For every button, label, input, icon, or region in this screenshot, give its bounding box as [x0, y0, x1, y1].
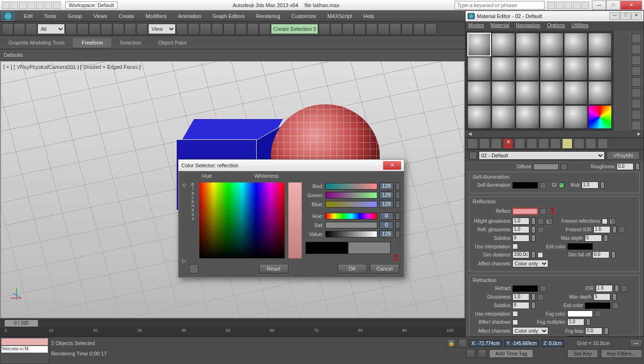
- red-slider[interactable]: [325, 183, 377, 190]
- render-icon[interactable]: [425, 23, 437, 35]
- selfillum-map[interactable]: [540, 182, 546, 189]
- menu-graph-editors[interactable]: Graph Editors: [207, 12, 250, 20]
- gi-checkbox[interactable]: ✓: [559, 182, 564, 188]
- sample-uv-icon[interactable]: [632, 66, 641, 76]
- star-icon[interactable]: [573, 1, 581, 9]
- hilight-map[interactable]: [537, 218, 544, 225]
- slot-10[interactable]: [540, 57, 564, 81]
- fogcolor-map[interactable]: [595, 310, 601, 317]
- autokey-toggle[interactable]: ⊶: [630, 339, 642, 347]
- mated-close-button[interactable]: ✕: [631, 12, 642, 20]
- material-type-button[interactable]: VRayMtl: [607, 151, 640, 160]
- slot-14[interactable]: [492, 81, 515, 105]
- exitcolor2-swatch[interactable]: [585, 302, 610, 309]
- fresnel-checkbox[interactable]: [602, 218, 608, 224]
- subdivs-spinner[interactable]: [531, 235, 536, 242]
- lock-icon[interactable]: 🔒: [447, 339, 456, 347]
- menu-rendering[interactable]: Rendering: [250, 12, 286, 20]
- slot-9[interactable]: [516, 57, 539, 81]
- maximize-button[interactable]: □: [606, 0, 620, 10]
- exitcolor-swatch[interactable]: [567, 243, 593, 250]
- roughness-spinner[interactable]: [635, 163, 640, 170]
- tab-freeform[interactable]: Freeform: [73, 38, 111, 47]
- render-frame-icon[interactable]: [413, 23, 425, 35]
- selection-filter-dropdown[interactable]: All: [37, 24, 65, 34]
- viewport-label[interactable]: [ + ] [ VRayPhysicalCamera001 ] [ Shaded…: [3, 64, 140, 69]
- add-time-tag-button[interactable]: Add Time Tag: [489, 349, 533, 358]
- whiteness-slider[interactable]: [288, 182, 302, 258]
- reflgloss-map[interactable]: [537, 227, 544, 233]
- menu-create[interactable]: Create: [113, 12, 140, 20]
- slot-1[interactable]: [467, 33, 491, 56]
- mult-spinner[interactable]: [600, 182, 605, 189]
- diffuse-map[interactable]: [561, 164, 567, 170]
- move-icon[interactable]: [113, 23, 124, 35]
- key-icon[interactable]: [556, 1, 564, 9]
- dimfall-spinner[interactable]: [611, 251, 616, 258]
- maxdepth-value[interactable]: 5: [585, 235, 602, 242]
- ior-spinner[interactable]: [615, 285, 619, 292]
- tab-object-paint[interactable]: Object Paint: [150, 38, 195, 47]
- bind-icon[interactable]: [26, 23, 37, 35]
- pivot-icon[interactable]: [176, 23, 188, 35]
- workspace-dropdown[interactable]: Workspace: Default: [65, 1, 117, 9]
- fresnelior-spinner[interactable]: [612, 226, 617, 233]
- menu-customize[interactable]: Customize: [286, 12, 322, 20]
- show-end-icon[interactable]: [574, 138, 584, 149]
- snap-angle-icon[interactable]: [224, 23, 235, 35]
- dimfall-value[interactable]: 0.0: [592, 251, 609, 258]
- spinner-snap-icon[interactable]: [247, 23, 259, 35]
- menu-views[interactable]: Views: [88, 12, 113, 20]
- menu-maxscript[interactable]: MAXScript: [322, 12, 358, 20]
- slot-22[interactable]: [540, 105, 564, 129]
- fresnel-lock[interactable]: L: [609, 218, 616, 225]
- subdivs2-value[interactable]: 8: [512, 302, 529, 309]
- get-material-icon[interactable]: [467, 138, 478, 149]
- key-filters-button[interactable]: Key Filters...: [601, 349, 642, 358]
- slot-21[interactable]: [516, 105, 539, 129]
- hilight-lock[interactable]: L: [546, 218, 553, 225]
- put-to-lib-icon[interactable]: [538, 138, 549, 149]
- mated-menu-navigation[interactable]: Navigation: [516, 22, 540, 30]
- named-selection-input[interactable]: [271, 24, 318, 34]
- reflgloss-spinner[interactable]: [531, 226, 536, 233]
- qat-link-icon[interactable]: [45, 1, 52, 9]
- z-coord[interactable]: Z: 0.0cm: [542, 340, 564, 347]
- subdivs-value[interactable]: 8: [512, 235, 529, 242]
- ior-value[interactable]: 1.6: [596, 285, 613, 292]
- slot-3[interactable]: [516, 33, 539, 56]
- qat-redo-icon[interactable]: [36, 1, 44, 9]
- sat-value[interactable]: 0: [379, 221, 394, 229]
- menu-group[interactable]: Group: [62, 12, 88, 20]
- green-value[interactable]: 129: [379, 191, 394, 199]
- material-name-dropdown[interactable]: 02 - Default: [479, 151, 605, 160]
- make-unique-icon[interactable]: [527, 138, 537, 149]
- blue-slider[interactable]: [325, 201, 377, 208]
- red-spinner[interactable]: [395, 182, 400, 190]
- backlight-icon[interactable]: [632, 45, 641, 54]
- slot-11[interactable]: [564, 57, 588, 81]
- color-dialog-titlebar[interactable]: Color Selector: reflection ✕: [179, 160, 404, 171]
- y-coord[interactable]: Y: -145.669cm: [504, 340, 538, 347]
- value-value[interactable]: 129: [379, 230, 394, 238]
- gloss-value[interactable]: 1.0: [512, 293, 529, 300]
- slot-17[interactable]: [564, 81, 588, 105]
- help-icon[interactable]: [581, 1, 589, 9]
- time-slider[interactable]: 0 / 100: [0, 319, 465, 327]
- ior-map[interactable]: [621, 285, 627, 292]
- slot-2[interactable]: [492, 33, 515, 56]
- fogmult-spinner[interactable]: [586, 318, 590, 326]
- blue-value[interactable]: 129: [379, 200, 394, 208]
- scale-icon[interactable]: [136, 23, 148, 35]
- mated-menu-options[interactable]: Options: [547, 22, 565, 30]
- dimdist-spinner[interactable]: [531, 251, 536, 258]
- affect-dropdown[interactable]: Color only: [512, 260, 548, 267]
- set-key-button[interactable]: Set Key: [567, 349, 598, 358]
- select-link-icon[interactable]: [2, 23, 13, 35]
- x-coord[interactable]: X: -72.774cm: [470, 340, 501, 347]
- slot-8[interactable]: [492, 57, 515, 81]
- green-slider[interactable]: [325, 192, 377, 199]
- diffuse-swatch[interactable]: [533, 164, 559, 170]
- window-crossing-icon[interactable]: [101, 23, 112, 35]
- slot-12[interactable]: [588, 57, 612, 81]
